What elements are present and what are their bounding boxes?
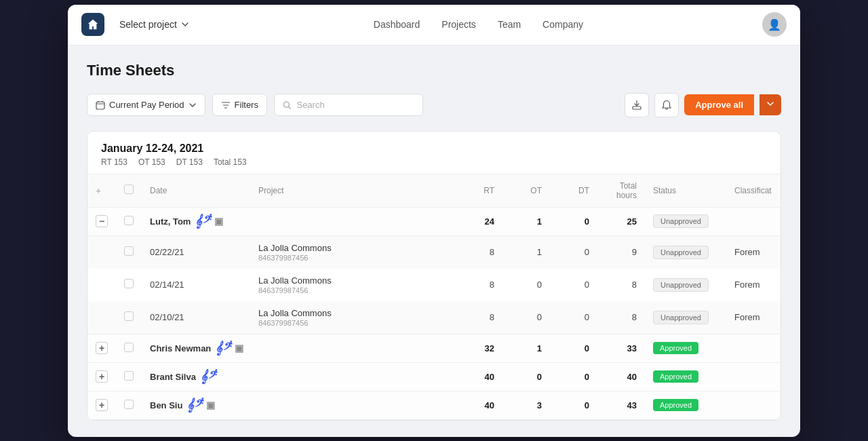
period-button[interactable]: Current Pay Period	[87, 94, 205, 116]
employee-rt: 24	[455, 207, 502, 235]
employee-total: 25	[597, 207, 645, 235]
employee-dt: 0	[550, 334, 597, 362]
employee-row: + Brant Silva 𝄞𝄣 40 0 0 40 Approved	[87, 362, 781, 391]
svg-rect-0	[96, 102, 104, 109]
entry-class: Forem	[726, 235, 781, 269]
employee-class	[726, 207, 781, 235]
add-column-icon[interactable]: +	[96, 185, 101, 196]
signature-icon: 𝄞𝄣	[200, 370, 216, 384]
row-checkbox-cell	[116, 391, 142, 419]
approve-all-button[interactable]: Approve all	[684, 94, 754, 115]
expand-icon[interactable]: −	[96, 215, 108, 227]
th-check	[116, 174, 142, 208]
notification-button[interactable]	[654, 93, 679, 117]
entry-rt: 8	[455, 269, 502, 301]
employee-row: + Chris Newman 𝄞𝄣 ▣ 32 1 0 33 Approved	[87, 334, 781, 362]
nav-team[interactable]: Team	[498, 19, 521, 30]
name-text: Lutz, Tom	[150, 216, 191, 227]
table-row: 02/10/21 La Jolla Commons 846379987456 8…	[87, 301, 781, 334]
period-total: Total 153	[214, 157, 247, 167]
period-header: January 12-24, 2021 RT 153 OT 153 DT 153…	[87, 132, 781, 174]
row-checkbox-cell	[116, 207, 142, 235]
th-dt: DT	[550, 174, 597, 208]
doc-icon[interactable]: ▣	[214, 216, 223, 227]
employee-dt: 0	[550, 391, 597, 419]
entry-checkbox[interactable]	[124, 279, 134, 288]
expand-icon[interactable]: +	[96, 342, 108, 354]
employee-ot: 1	[502, 207, 550, 235]
entry-checkbox[interactable]	[124, 311, 134, 321]
home-button[interactable]	[81, 13, 104, 36]
employee-name-cell: Brant Silva 𝄞𝄣	[142, 362, 455, 391]
expand-button[interactable]: +	[87, 362, 116, 391]
period-stats: RT 153 OT 153 DT 153 Total 153	[101, 157, 767, 167]
status-badge: Approved	[653, 370, 698, 383]
employee-name-cell: Ben Siu 𝄞𝄣 ▣	[142, 391, 455, 419]
entry-ot: 1	[502, 235, 550, 269]
chevron-down-icon	[766, 100, 774, 108]
expand-icon[interactable]: +	[96, 399, 108, 411]
entry-project: La Jolla Commons 846379987456	[250, 235, 455, 269]
employee-name: Chris Newman 𝄞𝄣 ▣	[150, 341, 447, 356]
user-avatar[interactable]: 👤	[762, 12, 787, 37]
status-badge: Unapproved	[653, 311, 709, 324]
employee-ot: 0	[502, 362, 550, 391]
employee-total: 43	[597, 391, 645, 419]
signature-icon: 𝄞𝄣	[186, 398, 202, 413]
employee-ot: 3	[502, 391, 550, 419]
search-box	[274, 94, 423, 116]
signature-icon: 𝄞𝄣	[195, 214, 210, 229]
doc-icon[interactable]: ▣	[206, 400, 215, 410]
navbar: Select project Dashboard Projects Team C…	[68, 5, 800, 45]
period-label: Current Pay Period	[109, 100, 184, 110]
employee-checkbox[interactable]	[124, 371, 134, 381]
export-button[interactable]	[625, 93, 649, 117]
project-select-label: Select project	[119, 19, 177, 30]
name-text: Chris Newman	[150, 343, 211, 353]
select-all-checkbox[interactable]	[124, 185, 134, 194]
table-header-row: + Date Project RT OT DT Total hours Stat…	[87, 174, 781, 208]
nav-projects[interactable]: Projects	[441, 19, 476, 30]
employee-class	[726, 391, 781, 419]
project-select[interactable]: Select project	[114, 15, 195, 34]
employee-status: Unapproved	[645, 207, 726, 235]
nav-company[interactable]: Company	[542, 19, 583, 30]
entry-check	[116, 269, 142, 301]
chevron-down-icon	[189, 101, 197, 109]
entry-status: Unapproved	[645, 301, 726, 334]
nav-dashboard[interactable]: Dashboard	[374, 19, 420, 30]
expand-button[interactable]: −	[87, 207, 116, 235]
th-rt: RT	[455, 174, 502, 208]
entry-check	[116, 301, 142, 334]
entry-date: 02/14/21	[142, 269, 250, 301]
entry-checkbox[interactable]	[124, 246, 134, 256]
entry-ot: 0	[502, 301, 550, 334]
search-input[interactable]	[296, 100, 414, 110]
employee-rt: 40	[455, 391, 502, 419]
approve-dropdown-button[interactable]	[760, 94, 781, 115]
table-wrapper: January 12-24, 2021 RT 153 OT 153 DT 153…	[87, 131, 781, 421]
doc-icon[interactable]: ▣	[235, 343, 243, 353]
filters-button[interactable]: Filters	[212, 94, 267, 116]
period-date-range: January 12-24, 2021	[101, 142, 767, 155]
filter-icon	[221, 100, 231, 110]
expand-icon[interactable]: +	[96, 370, 108, 383]
entry-class: Forem	[726, 269, 781, 301]
calendar-icon	[96, 100, 105, 110]
project-code: 846379987456	[258, 319, 447, 327]
row-checkbox-cell	[116, 334, 142, 362]
employee-checkbox[interactable]	[124, 400, 134, 409]
employee-checkbox[interactable]	[124, 343, 134, 352]
th-total: Total hours	[597, 174, 645, 208]
employee-name-cell: Lutz, Tom 𝄞𝄣 ▣	[142, 207, 455, 235]
status-badge: Approved	[653, 342, 698, 354]
row-ctrl	[87, 235, 116, 269]
status-badge: Approved	[653, 399, 698, 411]
employee-rt: 40	[455, 362, 502, 391]
expand-button[interactable]: +	[87, 391, 116, 419]
employee-checkbox[interactable]	[124, 216, 134, 225]
timesheet-table: + Date Project RT OT DT Total hours Stat…	[87, 174, 781, 420]
chevron-down-icon	[181, 20, 189, 28]
expand-button[interactable]: +	[87, 334, 116, 362]
th-project: Project	[250, 174, 455, 208]
